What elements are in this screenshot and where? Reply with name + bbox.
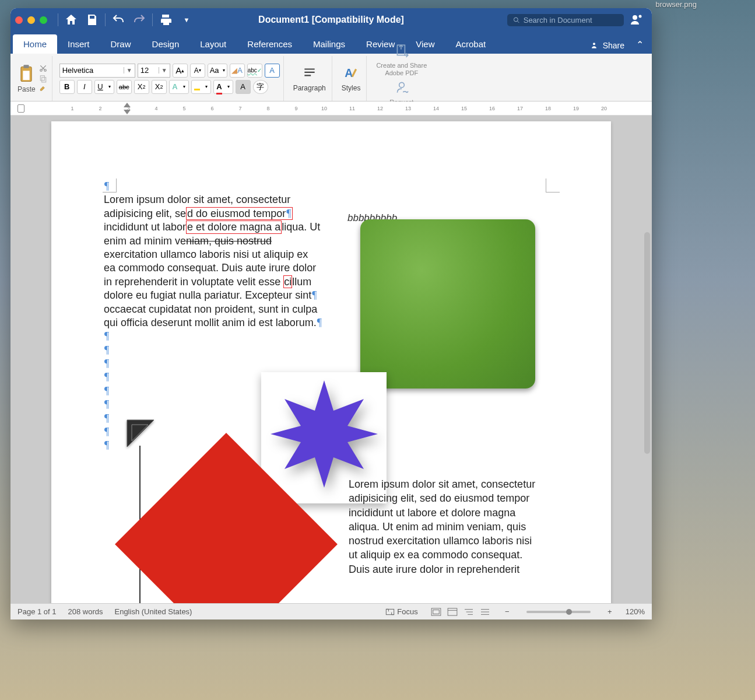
document-page[interactable]: ¶ Lorem ipsum dolor sit amet, consectetu… [51, 121, 611, 603]
zoom-in-button[interactable]: + [606, 607, 614, 616]
outline-view-icon[interactable] [462, 607, 475, 617]
superscript-button[interactable]: X2 [152, 80, 167, 94]
redo-icon[interactable] [132, 13, 146, 27]
tab-mailings[interactable]: Mailings [303, 34, 356, 54]
strikethrough-button[interactable]: abc [117, 80, 132, 94]
shrink-font-button[interactable]: A▾ [190, 64, 205, 78]
focus-mode-button[interactable]: Focus [385, 607, 417, 616]
enclose-char-button[interactable]: 字 [253, 80, 268, 94]
print-layout-view-icon[interactable] [430, 607, 443, 617]
zoom-out-button[interactable]: − [503, 607, 511, 616]
language-status[interactable]: English (United States) [114, 607, 192, 616]
paragraph-button[interactable]: Paragraph [291, 64, 328, 93]
paragraph-group: Paragraph [287, 56, 332, 101]
save-icon[interactable] [85, 13, 99, 27]
title-bar: ▼ Document1 [Compatibility Mode] [10, 8, 652, 32]
highlight-button[interactable]: ▾ [191, 80, 211, 94]
paste-label: Paste [17, 85, 36, 93]
document-canvas[interactable]: ¶ Lorem ipsum dolor sit amet, consectetu… [10, 116, 652, 603]
indent-marker-bottom[interactable] [124, 110, 131, 114]
tracked-change-box[interactable]: e et dolore magna a [186, 220, 282, 234]
purple-star-shape[interactable] [266, 376, 382, 492]
document-title: Document1 [Compatibility Mode] [258, 15, 404, 25]
home-icon[interactable] [64, 13, 78, 27]
font-size-select[interactable]: 12▼ [138, 64, 170, 78]
character-border-button[interactable]: A [265, 64, 280, 78]
photo-corner-shape[interactable] [126, 419, 155, 448]
svg-rect-5 [24, 65, 29, 68]
tab-acrobat[interactable]: Acrobat [445, 34, 496, 54]
close-window-button[interactable] [15, 16, 23, 24]
tab-layout[interactable]: Layout [189, 34, 237, 54]
adobe-create-button[interactable]: Create and Share Adobe PDF [374, 42, 429, 78]
zoom-slider[interactable] [526, 611, 591, 613]
page-count[interactable]: Page 1 of 1 [17, 607, 57, 616]
tab-stop-selector[interactable] [17, 104, 24, 113]
text-effects-button[interactable]: A▾ [169, 80, 189, 94]
svg-point-3 [593, 43, 595, 45]
indent-marker-top[interactable] [124, 103, 131, 107]
share-label: Share [603, 41, 624, 50]
tab-home[interactable]: Home [13, 34, 57, 54]
svg-text:A: A [345, 66, 353, 79]
subscript-button[interactable]: X2 [134, 80, 149, 94]
maximize-window-button[interactable] [40, 16, 47, 24]
italic-button[interactable]: I [77, 80, 92, 94]
spellcheck-button[interactable]: abc✓ [247, 64, 262, 78]
grow-font-button[interactable]: A▴ [173, 64, 188, 78]
search-input[interactable] [524, 16, 618, 24]
view-switcher [430, 607, 491, 617]
collapse-ribbon-icon[interactable]: ⌃ [630, 39, 649, 54]
focus-label: Focus [397, 607, 417, 616]
tracked-change-box[interactable]: ci [283, 275, 292, 288]
window-controls [15, 16, 47, 24]
draft-view-icon[interactable] [479, 607, 491, 617]
svg-point-13 [399, 82, 405, 88]
bold-button[interactable]: B [59, 80, 75, 94]
tab-insert[interactable]: Insert [57, 34, 100, 54]
search-box[interactable] [507, 14, 624, 26]
clipboard-group: Paste [14, 56, 52, 101]
vertical-scrollbar[interactable] [642, 232, 652, 586]
styles-button[interactable]: A Styles [339, 64, 363, 93]
zoom-slider-thumb[interactable] [566, 609, 572, 615]
green-paint-image[interactable] [360, 219, 535, 388]
font-name-select[interactable]: Helvetica▼ [59, 64, 135, 78]
status-bar: Page 1 of 1 208 words English (United St… [10, 603, 652, 620]
zoom-level[interactable]: 120% [626, 607, 645, 616]
focus-icon [385, 608, 395, 615]
change-case-button[interactable]: Aa▾ [208, 64, 227, 78]
web-layout-view-icon[interactable] [446, 607, 459, 617]
minimize-window-button[interactable] [27, 16, 35, 24]
paragraph-label: Paragraph [293, 84, 326, 92]
paste-button[interactable]: Paste [17, 64, 36, 93]
word-count[interactable]: 208 words [68, 607, 103, 616]
share-button[interactable]: Share [585, 37, 630, 54]
scrollbar-thumb[interactable] [644, 232, 650, 454]
horizontal-ruler[interactable]: 1234567891011121314151617181920 [10, 102, 652, 116]
tab-design[interactable]: Design [142, 34, 190, 54]
ribbon-tabs: Home Insert Draw Design Layout Reference… [10, 32, 652, 54]
paragraph-2[interactable]: Lorem ipsum dolor sit amet, consectetur … [349, 477, 541, 576]
svg-point-2 [639, 15, 642, 18]
share-person-icon [591, 41, 600, 50]
undo-icon[interactable] [111, 13, 125, 27]
print-icon[interactable] [159, 13, 173, 27]
copy-icon[interactable] [38, 74, 48, 83]
qat-dropdown-icon[interactable]: ▼ [180, 13, 194, 27]
underline-button[interactable]: U▾ [94, 80, 114, 94]
font-color-button[interactable]: A▾ [213, 80, 233, 94]
desktop-file-label: browser.png [655, 0, 697, 9]
svg-point-0 [514, 18, 518, 22]
tab-draw[interactable]: Draw [100, 34, 142, 54]
svg-rect-9 [41, 77, 45, 82]
svg-point-1 [633, 15, 637, 20]
feedback-icon[interactable] [630, 13, 644, 27]
clear-formatting-button[interactable]: ◢A [230, 64, 245, 78]
tracked-change-box[interactable]: d do eiusmod tempor¶ [186, 207, 293, 220]
cut-icon[interactable] [38, 64, 48, 73]
format-painter-icon[interactable] [38, 85, 48, 94]
shading-button[interactable]: A [236, 80, 251, 94]
tab-references[interactable]: References [237, 34, 303, 54]
search-icon [513, 16, 520, 24]
